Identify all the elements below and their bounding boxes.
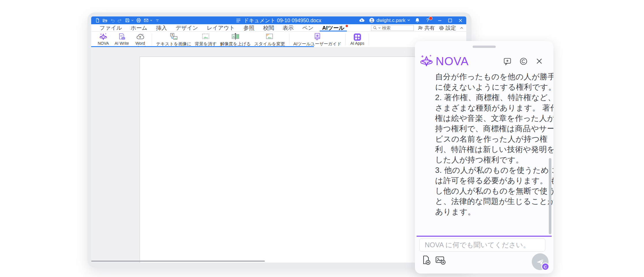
chat-message-line: し他の人が私のものを無断で使う (435, 186, 539, 196)
document-title: ドキュメント 09-10 094950.docx (244, 17, 321, 24)
close-window-icon[interactable] (458, 18, 463, 23)
tab-view[interactable]: 表示 (278, 24, 298, 31)
ribbon-ai-write-button[interactable]: AI Write (113, 32, 131, 47)
document-workspace (91, 47, 466, 263)
nova-chat-input[interactable] (419, 238, 545, 252)
ribbon-ai-guide-button[interactable]: AIツールユーザーガイド (292, 32, 343, 47)
cloud-sync-icon[interactable] (359, 18, 364, 23)
tab-pen[interactable]: ペン (298, 24, 318, 31)
menu-bar: ファイル ホーム 挿入 デザイン レイアウト 参照 校閲 表示 ペン AIツール… (91, 24, 466, 32)
notification-bell-icon[interactable] (415, 18, 420, 23)
ribbon-ai-apps-button[interactable]: AI Apps (348, 32, 366, 47)
ribbon-button-label: AIツールユーザーガイド (293, 42, 342, 46)
account-name: dwight.c.park (377, 18, 405, 23)
ribbon-button-label: 背景を消す (195, 42, 217, 46)
search-icon (373, 26, 377, 30)
nova-header: NOVA (415, 53, 553, 70)
new-document-icon[interactable] (95, 18, 100, 23)
ribbon-nova-button[interactable]: NOVA (94, 32, 113, 47)
nova-star-icon (99, 33, 107, 41)
help-icon[interactable]: ? (425, 18, 430, 23)
nova-title: NOVA (436, 55, 469, 68)
account-menu[interactable]: dwight.c.park (369, 18, 410, 23)
horizontal-scrollbar[interactable] (91, 261, 265, 262)
panel-drag-handle[interactable] (473, 46, 496, 48)
avatar (369, 18, 375, 23)
tab-layout[interactable]: レイアウト (202, 24, 239, 31)
share-user-icon (418, 25, 423, 31)
ribbon-remove-background-button[interactable]: 背景を消す (193, 32, 218, 47)
ribbon-separator (289, 33, 289, 45)
document-menu-icon[interactable] (236, 18, 241, 23)
close-panel-icon[interactable] (536, 57, 543, 65)
settings-button[interactable]: 設定 (439, 25, 456, 31)
help-notification-badge (429, 16, 433, 20)
new-feature-badge (346, 25, 348, 27)
ribbon-separator (369, 33, 369, 45)
ribbon-change-style-button[interactable]: スタイルを変更 (252, 32, 287, 47)
ai-apps-icon (353, 33, 362, 41)
search-scope-dropdown-icon[interactable] (378, 27, 381, 29)
remove-background-icon (201, 33, 210, 41)
ribbon-button-label: スタイルを変更 (254, 42, 285, 46)
text-to-image-icon: T (169, 33, 178, 41)
ribbon-word-cloud-button[interactable]: T Word Cloud (131, 32, 149, 47)
add-image-icon[interactable] (435, 255, 446, 265)
tab-file[interactable]: ファイル (95, 24, 126, 31)
chat-message-line: に使えないようにする権利です。 (435, 82, 539, 92)
ribbon: NOVA AI Write T Word Cloud T テキストを画像に 背景… (91, 32, 466, 47)
tab-references[interactable]: 参照 (239, 24, 259, 31)
chat-message-line: さまざまな種類があります。 著作 (435, 103, 539, 113)
quick-access-toolbar (91, 18, 160, 23)
save-dropdown-icon[interactable] (131, 20, 134, 21)
copyright-icon[interactable] (519, 57, 528, 65)
collapse-ribbon-icon[interactable] (460, 27, 463, 29)
ribbon-button-label: テキストを画像に (156, 42, 191, 46)
input-divider (417, 236, 552, 237)
attachment-toolbar (421, 255, 446, 265)
mail-icon[interactable] (144, 18, 149, 23)
chat-message-line: あります。 (435, 207, 539, 217)
chat-response-area: 自分が作ったものを他の人が勝手 に使えないようにする権利です。 2. 著作権、商… (435, 72, 539, 217)
share-button[interactable]: 共有 (418, 25, 435, 31)
chat-message-line: 利、特許権は新しい技術や発明を (435, 144, 539, 155)
word-cloud-icon: T (136, 33, 145, 41)
search-input[interactable] (382, 25, 408, 30)
maximize-icon[interactable] (448, 18, 452, 23)
tab-insert[interactable]: 挿入 (152, 24, 171, 31)
print-icon[interactable] (136, 18, 141, 23)
chat-scrollbar[interactable] (549, 158, 551, 234)
tab-review[interactable]: 校閲 (259, 24, 278, 31)
tab-ai-tools[interactable]: AIツール (318, 24, 349, 31)
chat-message-line: 3. 他の人が私のものを使うために (435, 165, 539, 175)
chat-message-line: と、法律的な問題が生じることが (435, 196, 539, 207)
tab-design[interactable]: デザイン (171, 24, 203, 31)
chat-message-line: 権は絵や音楽、文章を作った人が (435, 113, 539, 123)
svg-text:T: T (171, 33, 173, 36)
add-file-icon[interactable] (421, 255, 430, 265)
change-style-icon (265, 33, 274, 41)
ribbon-button-label: AI Apps (350, 41, 365, 46)
document-title-area: ドキュメント 09-10 094950.docx (236, 17, 321, 24)
account-dropdown-icon (407, 19, 410, 21)
chat-message-line: した人が持つ権利です。 (435, 155, 539, 165)
ribbon-separator (152, 33, 152, 45)
upscale-image-icon (231, 33, 240, 41)
share-label: 共有 (424, 25, 435, 31)
new-chat-icon[interactable] (503, 57, 512, 65)
search-box[interactable] (371, 25, 414, 31)
undo-icon[interactable] (110, 18, 115, 23)
tab-home[interactable]: ホーム (126, 24, 152, 31)
save-icon[interactable] (125, 18, 130, 23)
svg-text:T: T (139, 35, 141, 39)
settings-label: 設定 (445, 25, 456, 31)
ribbon-upscale-button[interactable]: 解像度を上げる (218, 32, 252, 47)
send-button[interactable]: C (532, 253, 548, 270)
ribbon-text-to-image-button[interactable]: T テキストを画像に (154, 32, 193, 47)
open-icon[interactable] (102, 18, 107, 23)
redo-icon[interactable] (117, 18, 122, 23)
minimize-icon[interactable] (437, 18, 442, 23)
more-icon[interactable] (155, 18, 160, 23)
mail-dropdown-icon[interactable] (150, 20, 152, 21)
chat-message-line: 自分が作ったものを他の人が勝手 (435, 72, 539, 82)
